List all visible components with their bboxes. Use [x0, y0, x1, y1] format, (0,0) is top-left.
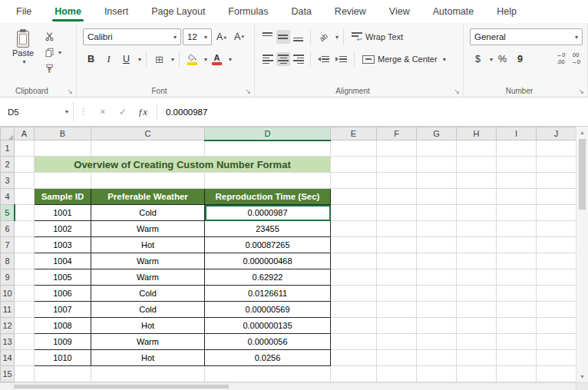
- number-dialog-launcher[interactable]: ↘: [578, 88, 584, 95]
- row-header-15[interactable]: 15: [1, 366, 15, 382]
- cell-A3[interactable]: [15, 173, 35, 189]
- clipboard-dialog-launcher[interactable]: ↘: [67, 88, 73, 95]
- cell-C12[interactable]: Hot: [91, 318, 205, 334]
- cell-A13[interactable]: [15, 334, 35, 350]
- cell-A12[interactable]: [15, 318, 35, 334]
- cell-F6[interactable]: [377, 221, 417, 237]
- tab-insert[interactable]: Insert: [93, 0, 140, 23]
- column-header-B[interactable]: B: [35, 127, 91, 140]
- name-box[interactable]: D5 ▾: [0, 102, 74, 122]
- cell-C4[interactable]: Preferable Weather: [91, 189, 205, 205]
- font-color-button[interactable]: A: [209, 50, 225, 68]
- cell-C1[interactable]: [91, 140, 205, 157]
- number-format-select[interactable]: General ▾: [470, 28, 583, 45]
- row-header-12[interactable]: 12: [1, 318, 15, 334]
- column-header-G[interactable]: G: [417, 127, 457, 140]
- cell-F13[interactable]: [377, 334, 417, 350]
- font-dialog-launcher[interactable]: ↘: [245, 88, 251, 95]
- cell-J4[interactable]: [537, 189, 576, 205]
- insert-function-icon[interactable]: ƒx: [133, 106, 153, 118]
- cell-H5[interactable]: [457, 205, 497, 221]
- cell-D13[interactable]: 0.0000056: [205, 334, 331, 350]
- cell-A1[interactable]: [15, 140, 35, 157]
- cell-D11[interactable]: 0.00000569: [205, 302, 331, 318]
- cell-D6[interactable]: 23455: [205, 221, 331, 237]
- align-top-button[interactable]: [261, 30, 275, 44]
- cell-G2[interactable]: [417, 157, 457, 173]
- cell-G14[interactable]: [417, 350, 457, 366]
- decrease-indent-button[interactable]: [315, 51, 332, 68]
- cell-E10[interactable]: [331, 286, 377, 302]
- cell-F2[interactable]: [377, 157, 417, 173]
- cell-G6[interactable]: [417, 221, 457, 237]
- cell-B12[interactable]: 1008: [35, 318, 91, 334]
- cell-I9[interactable]: [497, 269, 537, 286]
- title-banner[interactable]: Overview of Creating Custom Number Forma…: [35, 157, 331, 173]
- cell-B13[interactable]: 1009: [35, 334, 91, 350]
- underline-button[interactable]: U: [118, 51, 134, 68]
- cell-G12[interactable]: [417, 318, 457, 334]
- cell-B4[interactable]: Sample ID: [35, 189, 91, 205]
- cell-E12[interactable]: [331, 318, 377, 334]
- cell-I5[interactable]: [497, 205, 537, 221]
- cell-B8[interactable]: 1004: [35, 253, 91, 269]
- cell-I7[interactable]: [497, 237, 537, 253]
- increase-font-size-button[interactable]: A▴: [213, 28, 230, 45]
- paste-button[interactable]: Paste ▾: [6, 28, 40, 75]
- cell-E13[interactable]: [331, 334, 377, 350]
- cell-B11[interactable]: 1007: [35, 302, 91, 318]
- cell-J2[interactable]: [537, 157, 576, 173]
- cell-G7[interactable]: [417, 237, 457, 253]
- accounting-format-button[interactable]: $: [470, 51, 486, 68]
- cell-B7[interactable]: 1003: [35, 237, 91, 253]
- cell-H1[interactable]: [457, 140, 497, 157]
- cell-G4[interactable]: [417, 189, 457, 205]
- cell-I8[interactable]: [497, 253, 537, 269]
- cell-B9[interactable]: 1005: [35, 269, 91, 286]
- cell-I13[interactable]: [497, 334, 537, 350]
- cell-F14[interactable]: [377, 350, 417, 366]
- row-header-5[interactable]: 5: [1, 205, 15, 221]
- row-header-9[interactable]: 9: [1, 269, 15, 286]
- cell-J8[interactable]: [537, 253, 576, 269]
- align-bottom-button[interactable]: [292, 30, 306, 44]
- align-right-button[interactable]: [292, 52, 306, 66]
- cell-C15[interactable]: [91, 366, 205, 382]
- cell-C9[interactable]: Warm: [91, 269, 205, 286]
- cell-B3[interactable]: [35, 173, 91, 189]
- cell-H10[interactable]: [457, 286, 497, 302]
- decrease-decimal-button[interactable]: 00 →0: [569, 52, 583, 65]
- cell-E8[interactable]: [331, 253, 377, 269]
- cell-J3[interactable]: [537, 173, 576, 189]
- cell-G11[interactable]: [417, 302, 457, 318]
- tab-page-layout[interactable]: Page Layout: [140, 0, 216, 23]
- cell-G3[interactable]: [417, 173, 457, 189]
- cell-D3[interactable]: [205, 173, 331, 189]
- cell-F10[interactable]: [377, 286, 417, 302]
- tab-help[interactable]: Help: [485, 0, 528, 23]
- cell-J1[interactable]: [537, 140, 576, 157]
- cell-C5[interactable]: Cold: [91, 205, 205, 221]
- cell-J14[interactable]: [537, 350, 576, 366]
- cell-G9[interactable]: [417, 269, 457, 286]
- cell-A15[interactable]: [15, 366, 35, 382]
- scroll-down-icon[interactable]: ▼: [576, 371, 588, 382]
- cell-G8[interactable]: [417, 253, 457, 269]
- cell-H9[interactable]: [457, 269, 497, 286]
- cell-G13[interactable]: [417, 334, 457, 350]
- cancel-icon[interactable]: ×: [93, 107, 113, 117]
- column-header-I[interactable]: I: [497, 127, 537, 140]
- cell-F9[interactable]: [377, 269, 417, 286]
- cell-F12[interactable]: [377, 318, 417, 334]
- cell-D8[interactable]: 0.000000468: [205, 253, 331, 269]
- tab-data[interactable]: Data: [279, 0, 322, 23]
- row-header-13[interactable]: 13: [1, 334, 15, 350]
- cell-E9[interactable]: [331, 269, 377, 286]
- align-center-button[interactable]: [276, 52, 290, 66]
- align-middle-button[interactable]: [276, 30, 290, 44]
- merge-center-button[interactable]: Merge & Center ▾: [359, 51, 449, 68]
- cell-E5[interactable]: [331, 205, 377, 221]
- cell-C10[interactable]: Cold: [91, 286, 205, 302]
- row-header-14[interactable]: 14: [1, 350, 15, 366]
- cell-D14[interactable]: 0.0256: [205, 350, 331, 366]
